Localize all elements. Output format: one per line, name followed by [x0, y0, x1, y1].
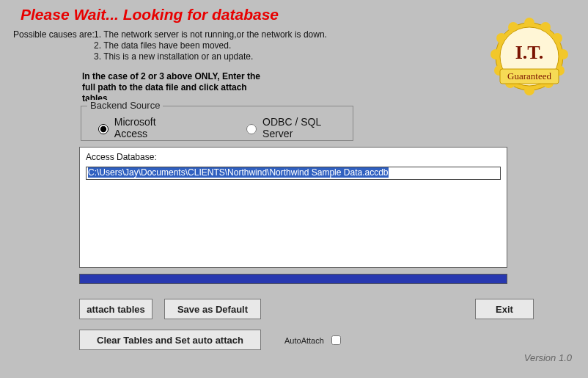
causes-label: Possible causes are: — [13, 29, 95, 40]
radio-odbc-label: ODBC / SQL Server — [262, 116, 353, 139]
database-path-value: C:\Users\Jay\Documents\CLIENTS\Northwind… — [88, 167, 389, 178]
save-default-button[interactable]: Save as Default — [164, 299, 261, 319]
seal-text-line2: Guaranteed — [507, 70, 551, 81]
svg-point-10 — [490, 49, 501, 59]
seal-text-line1: I.T. — [515, 42, 544, 63]
cause-item: 1. The network server is not running,or … — [94, 29, 327, 40]
clear-tables-button[interactable]: Clear Tables and Set auto attach — [79, 330, 261, 350]
version-label: Version 1.0 — [524, 352, 572, 363]
svg-point-7 — [524, 85, 534, 95]
svg-point-1 — [524, 18, 534, 28]
radio-odbc[interactable]: ODBC / SQL Server — [243, 116, 353, 139]
autoattach-option[interactable]: AutoAttach — [284, 333, 343, 347]
causes-list: 1. The network server is not running,or … — [94, 29, 327, 62]
exit-button[interactable]: Exit — [475, 299, 534, 319]
backend-legend: Backend Source — [87, 100, 163, 111]
svg-point-4 — [558, 49, 568, 59]
radio-access-label: Microsoft Access — [114, 116, 190, 139]
radio-access-input[interactable] — [98, 124, 109, 134]
radio-odbc-input[interactable] — [246, 124, 257, 134]
access-database-panel: Access Database: C:\Users\Jay\Documents\… — [79, 147, 507, 268]
it-guaranteed-seal-icon: I.T. Guaranteed — [485, 16, 573, 104]
radio-access[interactable]: Microsoft Access — [95, 116, 190, 139]
access-database-label: Access Database: — [86, 152, 157, 162]
cause-item: 2. The data files have been moved. — [94, 40, 327, 51]
page-title: Please Wait... Looking for database — [21, 6, 279, 23]
backend-source-group: Backend Source Microsoft Access ODBC / S… — [81, 106, 353, 141]
attach-tables-button[interactable]: attach tables — [79, 299, 152, 319]
cause-item: 3. This is a new installation or an upda… — [94, 51, 327, 62]
autoattach-label: AutoAttach — [284, 336, 324, 345]
progress-bar — [79, 274, 507, 284]
autoattach-checkbox[interactable] — [331, 335, 341, 345]
database-path-input[interactable]: C:\Users\Jay\Documents\CLIENTS\Northwind… — [86, 167, 501, 180]
